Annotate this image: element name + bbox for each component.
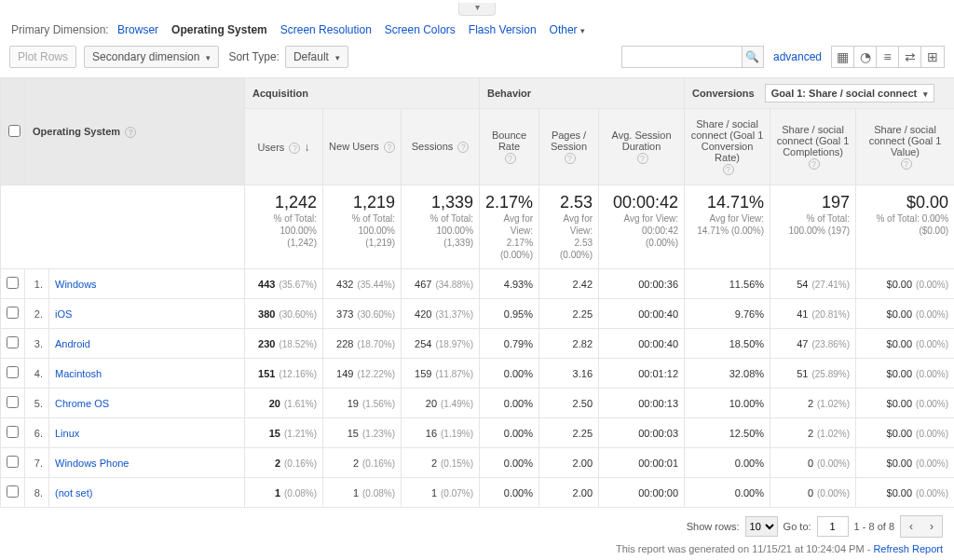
report-table: Operating System ? Acquisition Behavior … — [0, 77, 954, 508]
pagination-bar: Show rows: 10 Go to: 1 - 8 of 8 ‹ › — [0, 508, 954, 541]
summary-row: 1,242% of Total:100.00%(1,242) 1,219% of… — [1, 185, 955, 269]
help-icon[interactable]: ? — [289, 143, 300, 154]
help-icon[interactable]: ? — [384, 142, 395, 153]
os-link[interactable]: Windows — [55, 279, 97, 290]
row-checkbox[interactable] — [7, 336, 19, 348]
row-index: 4. — [25, 359, 49, 389]
help-icon[interactable]: ? — [457, 142, 469, 153]
select-all-cell — [1, 78, 25, 185]
dimension-header: Operating System ? — [25, 78, 245, 185]
chevron-down-icon — [578, 23, 585, 36]
chevron-down-icon — [920, 88, 928, 99]
select-all-checkbox[interactable] — [8, 125, 20, 137]
next-page-button[interactable]: › — [921, 516, 942, 537]
conversion-goal-select[interactable]: Goal 1: Share / social connect — [765, 84, 935, 102]
os-link[interactable]: (not set) — [55, 487, 92, 499]
search-icon: 🔍 — [745, 50, 759, 63]
row-checkbox[interactable] — [7, 485, 19, 498]
primary-dimension-screen-resolution[interactable]: Screen Resolution — [280, 23, 372, 36]
row-checkbox[interactable] — [7, 456, 19, 468]
row-checkbox[interactable] — [7, 396, 19, 408]
goto-label: Go to: — [784, 521, 811, 532]
primary-dimension-operating-system[interactable]: Operating System — [171, 23, 267, 36]
primary-dimension-bar: Primary Dimension: BrowserOperating Syst… — [0, 16, 954, 40]
toolbar: Plot Rows Secondary dimension Sort Type:… — [0, 40, 954, 77]
col-g1val[interactable]: Share / social connect (Goal 1 Value) ? — [856, 109, 954, 185]
page-range: 1 - 8 of 8 — [854, 521, 894, 532]
help-icon[interactable]: ? — [505, 153, 516, 164]
table-row: 4.Macintosh151(12.16%)149(12.22%)159(11.… — [1, 359, 955, 389]
plot-rows-button[interactable]: Plot Rows — [9, 46, 76, 68]
table-row: 2.iOS380(30.60%)373(30.60%)420(31.37%)0.… — [1, 299, 955, 329]
table-row: 5.Chrome OS20(1.61%)19(1.56%)20(1.49%)0.… — [1, 389, 955, 418]
chevron-down-icon — [333, 50, 340, 63]
help-icon[interactable]: ? — [723, 164, 734, 175]
row-index: 5. — [25, 389, 49, 418]
os-link[interactable]: Chrome OS — [55, 398, 109, 409]
show-rows-select[interactable]: 10 — [745, 516, 778, 537]
col-g1comp[interactable]: Share / social connect (Goal 1 Completio… — [770, 109, 856, 185]
chevron-down-icon — [203, 50, 211, 63]
search-input[interactable] — [621, 46, 743, 68]
view-bar-icon[interactable]: ≡ — [877, 47, 899, 67]
generated-note: This report was generated on 11/15/21 at… — [0, 541, 954, 560]
row-index: 1. — [25, 269, 49, 299]
col-users[interactable]: Users ?↓ — [245, 109, 323, 185]
primary-dimension-browser[interactable]: Browser — [117, 23, 158, 36]
row-index: 3. — [25, 329, 49, 359]
primary-dimension-screen-colors[interactable]: Screen Colors — [385, 23, 456, 36]
os-link[interactable]: Macintosh — [55, 368, 102, 379]
help-icon[interactable]: ? — [125, 127, 136, 138]
row-checkbox[interactable] — [7, 277, 19, 289]
os-link[interactable]: iOS — [55, 308, 72, 320]
group-conversions: Conversions Goal 1: Share / social conne… — [685, 78, 954, 109]
view-pie-icon[interactable]: ◔ — [854, 47, 877, 67]
show-rows-label: Show rows: — [687, 521, 740, 532]
help-icon[interactable]: ? — [809, 158, 820, 170]
col-pps[interactable]: Pages / Session ? — [539, 109, 599, 185]
sort-desc-icon: ↓ — [304, 141, 309, 154]
os-link[interactable]: Linux — [55, 428, 79, 439]
row-index: 2. — [25, 299, 49, 329]
view-table-icon[interactable]: ▦ — [832, 47, 854, 67]
row-checkbox[interactable] — [7, 366, 19, 378]
col-g1rate[interactable]: Share / social connect (Goal 1 Conversio… — [685, 109, 770, 185]
view-pivot-icon[interactable]: ⊞ — [921, 47, 944, 67]
os-link[interactable]: Windows Phone — [55, 458, 129, 469]
sort-type-label: Sort Type: — [228, 50, 279, 63]
col-sessions[interactable]: Sessions ? — [402, 109, 480, 185]
row-index: 7. — [25, 448, 49, 478]
table-row: 7.Windows Phone2(0.16%)2(0.16%)2(0.15%)0… — [1, 448, 955, 478]
primary-dimension-flash-version[interactable]: Flash Version — [469, 23, 537, 36]
group-behavior: Behavior — [480, 78, 685, 109]
search-button[interactable]: 🔍 — [742, 46, 764, 68]
table-row: 3.Android230(18.52%)228(18.70%)254(18.97… — [1, 329, 955, 359]
secondary-dimension-button[interactable]: Secondary dimension — [84, 46, 219, 68]
row-index: 6. — [25, 418, 49, 448]
help-icon[interactable]: ? — [565, 153, 576, 164]
col-bounce[interactable]: Bounce Rate ? — [480, 109, 539, 185]
help-icon[interactable]: ? — [901, 158, 912, 170]
primary-dimension-label: Primary Dimension: — [11, 23, 109, 36]
prev-page-button[interactable]: ‹ — [901, 516, 921, 537]
row-checkbox[interactable] — [7, 307, 19, 319]
refresh-report-link[interactable]: Refresh Report — [873, 543, 943, 554]
row-index: 8. — [25, 478, 49, 508]
os-link[interactable]: Android — [55, 338, 90, 349]
view-toggle: ▦ ◔ ≡ ⇄ ⊞ — [831, 46, 945, 68]
table-row: 6.Linux15(1.21%)15(1.23%)16(1.19%)0.00%2… — [1, 418, 955, 448]
table-row: 8.(not set)1(0.08%)1(0.08%)1(0.07%)0.00%… — [1, 478, 955, 508]
table-row: 1.Windows443(35.67%)432(35.44%)467(34.88… — [1, 269, 955, 299]
sort-type-button[interactable]: Default — [285, 46, 348, 68]
col-duration[interactable]: Avg. Session Duration ? — [599, 109, 685, 185]
group-acquisition: Acquisition — [245, 78, 480, 109]
help-icon[interactable]: ? — [637, 153, 648, 164]
row-checkbox[interactable] — [7, 426, 19, 438]
advanced-link[interactable]: advanced — [773, 50, 822, 63]
panel-handle[interactable]: ▾ — [458, 3, 496, 16]
view-compare-icon[interactable]: ⇄ — [899, 47, 921, 67]
goto-input[interactable] — [817, 516, 849, 537]
col-new-users[interactable]: New Users ? — [323, 109, 402, 185]
primary-dimension-other[interactable]: Other — [550, 23, 585, 36]
